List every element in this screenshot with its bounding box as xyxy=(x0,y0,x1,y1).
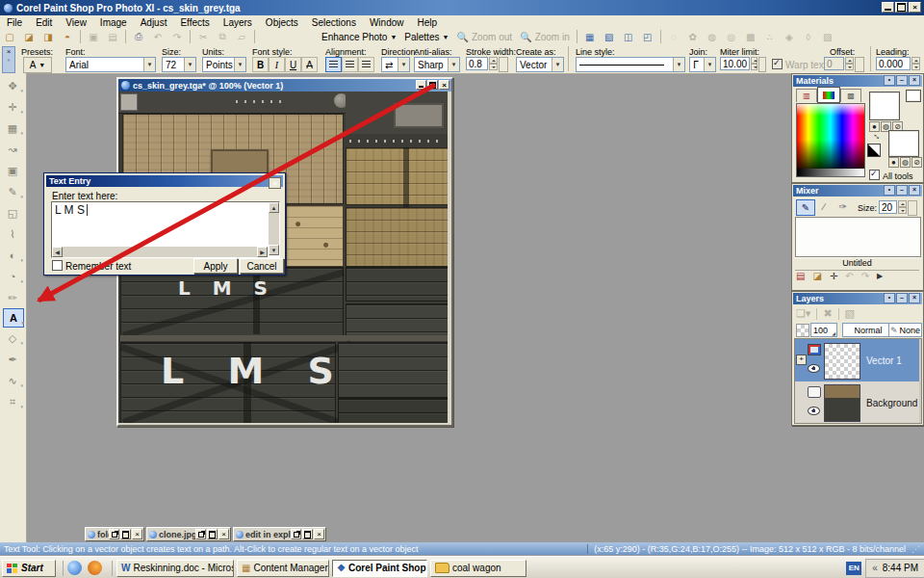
apply-button[interactable]: Apply xyxy=(193,258,238,274)
document-titlebar[interactable]: cs_skin_grey.tga* @ 100% (Vector 1) × xyxy=(118,79,451,92)
materials-minimize-icon[interactable]: – xyxy=(896,75,908,86)
mixer-minimize-icon[interactable]: – xyxy=(896,185,908,196)
menu-help[interactable]: Help xyxy=(410,16,444,29)
palettes-button[interactable]: Palettes▼ xyxy=(400,30,452,43)
mixer-titlebar[interactable]: Mixer • – × xyxy=(793,185,922,197)
new-image-button[interactable]: ▢ xyxy=(1,29,18,44)
mixer-brush-button[interactable]: ✎ xyxy=(796,199,815,216)
mixer-size-spinner[interactable]: 20 xyxy=(879,200,917,214)
print-button[interactable]: ⎙ xyxy=(130,29,147,44)
menu-image[interactable]: Image xyxy=(93,16,134,29)
menu-edit[interactable]: Edit xyxy=(29,16,59,29)
dialog-close-button[interactable]: × xyxy=(269,177,281,189)
maximize-icon[interactable] xyxy=(207,529,218,539)
bold-button[interactable]: B xyxy=(252,57,269,72)
warp-brush-tool[interactable]: ∿▾ xyxy=(3,372,22,389)
freehand-selection-tool[interactable]: ↝ xyxy=(3,141,22,158)
move-tool[interactable]: ✛▾ xyxy=(3,98,22,116)
open-button[interactable]: ◪ xyxy=(20,29,38,44)
mesh-warp-tool[interactable]: ⌗▾ xyxy=(3,393,22,410)
softfocus-button[interactable]: ◈ xyxy=(781,29,798,44)
pause-script-button[interactable]: ◫ xyxy=(620,29,637,44)
materials-close-icon[interactable]: × xyxy=(909,75,920,86)
menu-objects[interactable]: Objects xyxy=(259,16,305,29)
remember-text-checkbox[interactable]: Remember text xyxy=(52,260,131,272)
restore-icon[interactable] xyxy=(195,529,206,539)
minimized-window-folder1[interactable]: folder1.jpg ... × xyxy=(85,527,144,541)
quicklaunch-firefox-icon[interactable] xyxy=(88,561,102,575)
close-icon[interactable]: × xyxy=(314,529,324,539)
leading-spinner[interactable]: 0.000 xyxy=(876,57,920,70)
scan-button[interactable]: ◓ xyxy=(59,29,76,44)
pen-tool[interactable]: ✒ xyxy=(3,351,22,368)
text-tool[interactable]: A▾ xyxy=(3,308,24,328)
underline-button[interactable]: U xyxy=(285,57,301,72)
undo-button[interactable]: ↶ xyxy=(149,29,167,44)
app-titlebar[interactable]: Corel Paint Shop Pro Photo XI - cs_skin_… xyxy=(0,0,924,15)
magic-wand-tool[interactable]: ▣ xyxy=(3,162,22,179)
layers-pin-icon[interactable]: • xyxy=(884,293,895,303)
swap-bw-icon[interactable] xyxy=(867,144,881,157)
create-as-combo[interactable]: Vector▼ xyxy=(516,57,564,72)
anti-alias-combo[interactable]: Sharp▼ xyxy=(414,57,460,72)
restore-icon[interactable] xyxy=(109,529,119,539)
miter-limit-spinner[interactable]: 10.00 xyxy=(720,57,766,70)
doc-minimize-button[interactable] xyxy=(416,80,426,90)
minimized-window-edit[interactable]: edit in explo... × xyxy=(233,527,326,541)
bg-transparent-button[interactable]: ⊘ xyxy=(911,157,922,168)
layer-thumbnail[interactable] xyxy=(824,384,860,422)
materials-tab-rainbow[interactable] xyxy=(817,87,840,103)
align-center-button[interactable] xyxy=(342,57,358,72)
browse-button[interactable]: ◨ xyxy=(39,29,57,44)
edit-script-button[interactable]: ◰ xyxy=(639,29,656,44)
edit-selection-icon[interactable]: ▧ xyxy=(845,307,855,320)
close-icon[interactable]: × xyxy=(218,529,229,539)
mixer-pin-icon[interactable]: • xyxy=(884,185,895,196)
colorize-button[interactable]: ◊ xyxy=(800,29,817,44)
dropper-tool[interactable]: ✎▾ xyxy=(3,183,22,200)
adjust-button[interactable]: ✿ xyxy=(684,29,702,44)
layer-thumbnail[interactable] xyxy=(824,343,860,380)
italic-button[interactable]: I xyxy=(269,57,285,72)
delete-layer-icon[interactable]: ✖ xyxy=(823,307,832,320)
menu-file[interactable]: File xyxy=(0,16,29,29)
all-tools-checkbox[interactable]: All tools xyxy=(869,170,913,181)
maximize-icon[interactable] xyxy=(120,529,131,539)
horizontal-scrollbar[interactable]: ◀ ▶ xyxy=(52,247,268,257)
restore-icon[interactable] xyxy=(291,529,301,539)
bg-color-button[interactable]: ● xyxy=(888,157,899,168)
language-indicator[interactable]: EN xyxy=(846,562,861,575)
mixer-area[interactable] xyxy=(795,217,921,257)
doc-maximize-button[interactable] xyxy=(427,80,438,90)
mixer-menu-arrow-icon[interactable]: ▶ xyxy=(877,272,883,280)
layers-close-icon[interactable]: × xyxy=(909,293,920,303)
save-button[interactable]: ▣ xyxy=(85,29,102,44)
script-button[interactable]: ▦ xyxy=(581,29,599,44)
layer-row-background[interactable]: Background xyxy=(795,381,919,423)
align-left-button[interactable] xyxy=(325,57,342,72)
text-entry-field[interactable]: L M S ▲ ▼ ◀ ▶ xyxy=(51,201,280,258)
sharpen-button[interactable]: ∴ xyxy=(761,29,779,44)
warp-text-checkbox[interactable]: Warp text xyxy=(772,59,826,70)
presets-dropdown[interactable]: A▼ xyxy=(23,57,52,73)
materials-titlebar[interactable]: Materials • – × xyxy=(793,75,922,87)
mixer-pan-page-icon[interactable]: ✛ xyxy=(830,271,837,281)
straighten-tool[interactable]: ⌇ xyxy=(3,225,22,243)
retouch-button[interactable]: ◍ xyxy=(704,29,721,44)
grayscale-strip[interactable] xyxy=(796,169,865,177)
new-layer-icon[interactable]: ❏▾ xyxy=(796,307,810,320)
minimize-button[interactable] xyxy=(882,2,894,13)
mixer-dropper-button[interactable]: ✑ xyxy=(834,199,852,214)
preset-shape-tool[interactable]: ◇▾ xyxy=(3,329,22,347)
materials-pin-icon[interactable]: • xyxy=(884,75,895,86)
mixer-new-page-icon[interactable]: ▤ xyxy=(796,271,805,281)
warp-button[interactable]: ▨ xyxy=(819,29,836,44)
size-combo[interactable]: 72▼ xyxy=(162,57,196,72)
align-right-button[interactable] xyxy=(358,57,374,72)
bg-gradient-button[interactable]: ◍ xyxy=(900,157,911,168)
opacity-field[interactable]: 100◢ xyxy=(810,323,837,337)
zoom-out-button[interactable]: 🔍Zoom out xyxy=(452,30,516,43)
strikethrough-button[interactable]: A xyxy=(301,57,318,72)
mixer-unmix-icon[interactable]: ↶ xyxy=(845,271,853,281)
maximize-button[interactable] xyxy=(895,2,908,13)
